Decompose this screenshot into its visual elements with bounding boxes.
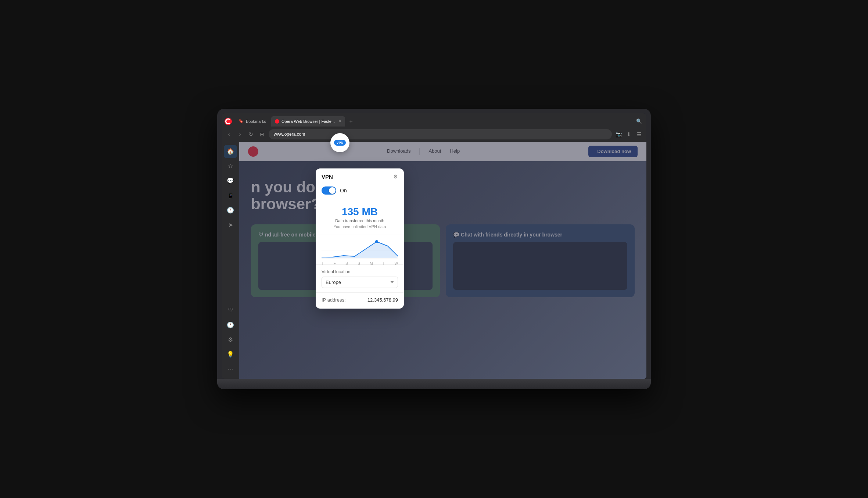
vpn-unlimited-label: You have unlimited VPN data [322,224,398,229]
browser-sidebar: 🏠 ☆ 💬 📱 🕐 ➤ ♡ 🕐 ⚙ 💡 ··· [222,142,239,379]
hero-card-chat: 💬 Chat with friends directly in your bro… [446,224,635,297]
chart-day-5: T [383,262,385,266]
bookmark-tab-icon: 🔖 [238,119,244,124]
sidebar-item-home[interactable]: 🏠 [224,145,237,158]
chart-day-1: F [334,262,336,266]
sidebar-more-button[interactable]: ··· [225,362,236,376]
vpn-ip-label: IP address: [322,297,346,303]
sidebar-item-messenger[interactable]: 💬 [224,174,237,188]
nav-downloads[interactable]: Downloads [387,147,410,156]
download-now-button[interactable]: Download now [588,146,638,157]
vpn-data-label: Data transferred this month [322,218,398,223]
tab-active[interactable]: Opera Web Browser | Faste... ✕ [271,116,345,127]
menu-button[interactable]: ☰ [635,130,643,139]
site-header: Downloads About Help Download now [239,142,646,161]
vpn-popup-header: VPN ⚙ [316,168,404,184]
sidebar-item-recent[interactable]: 🕐 [224,318,237,331]
vpn-data-amount: 135 MB [322,206,398,218]
url-input[interactable] [269,129,612,139]
nav-divider-1 [419,148,420,155]
tab-bookmarks-label: Bookmarks [246,119,266,124]
chart-day-6: W [395,262,398,266]
vpn-toggle-row: On [316,184,404,200]
sidebar-item-navigate[interactable]: ➤ [224,218,237,232]
vpn-chart-svg [322,238,398,260]
sidebar-item-history[interactable]: 🕐 [224,204,237,217]
hero-cards: 🛡 nd ad-free on mobile and 💬 Chat with f… [251,224,635,297]
back-button[interactable]: ‹ [225,130,233,139]
reload-button[interactable]: ↻ [247,130,255,139]
chart-day-0: T [322,262,324,266]
sidebar-item-bookmarks[interactable]: ☆ [224,160,237,173]
download-button[interactable]: ⬇ [624,130,633,139]
vpn-location-select[interactable]: Europe Americas Asia [322,277,398,288]
vpn-data-section: 135 MB Data transferred this month You h… [316,200,404,235]
sidebar-item-heart[interactable]: ♡ [224,303,237,317]
page-content: Downloads About Help Download now n you … [239,142,646,379]
sidebar-item-tips[interactable]: 💡 [224,348,237,361]
vpn-location-section: Virtual location: Europe Americas Asia [316,264,404,292]
vpn-location-label: Virtual location: [322,269,398,274]
hero-section: n you do in browser? 🛡 nd ad-free on mob… [239,161,646,379]
global-search-icon[interactable]: 🔍 [635,117,643,126]
vpn-settings-icon[interactable]: ⚙ [393,174,398,179]
grid-view-button[interactable]: ⊞ [258,130,266,139]
laptop-base [217,379,651,389]
vpn-ip-section: IP address: 12.345.678.99 [316,292,404,309]
chart-day-4: M [370,262,373,266]
nav-help[interactable]: Help [450,147,460,156]
vpn-toggle[interactable] [322,186,336,195]
opera-logo [225,118,232,125]
sidebar-item-settings[interactable]: ⚙ [224,333,237,346]
new-tab-button[interactable]: + [347,117,355,126]
chart-day-2: S [345,262,348,266]
opera-site-logo [248,146,258,157]
nav-about[interactable]: About [428,147,441,156]
tab-bookmarks[interactable]: 🔖 Bookmarks [235,116,270,127]
chart-day-3: S [358,262,360,266]
card-mockup-2 [453,242,627,290]
hero-card-chat-title: 💬 Chat with friends directly in your bro… [453,232,627,238]
vpn-popup: VPN ⚙ On 135 MB Data transferred this mo… [316,168,404,309]
vpn-button[interactable]: VPN [330,133,349,152]
site-navigation: Downloads About Help [266,147,581,156]
vpn-popup-title: VPN [322,174,333,180]
vpn-badge: VPN [334,140,346,146]
vpn-ip-value: 12.345.678.99 [367,297,398,303]
close-tab-icon[interactable]: ✕ [338,119,341,123]
vpn-toggle-label: On [340,188,347,193]
forward-button[interactable]: › [236,130,244,139]
download-btn-label: Download now [597,149,631,154]
sidebar-item-whatsapp[interactable]: 📱 [224,189,237,202]
tab-active-label: Opera Web Browser | Faste... [281,119,335,124]
screenshot-button[interactable]: 📷 [614,130,623,139]
chart-day-labels: T F S S M T W [322,262,398,268]
svg-point-2 [375,240,378,243]
active-tab-favicon [275,119,279,124]
vpn-chart: T F S S M T W [316,235,404,264]
